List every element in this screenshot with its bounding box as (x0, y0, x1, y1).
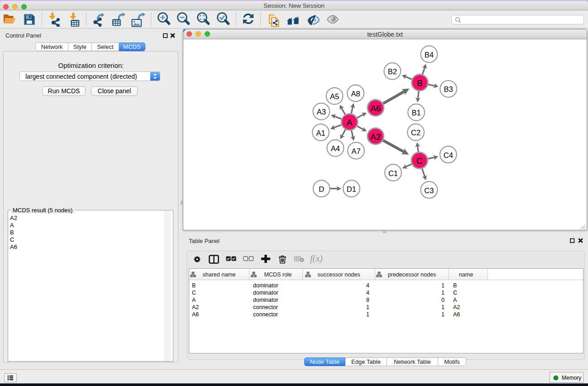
svg-text:B3: B3 (444, 85, 453, 93)
svg-text:A7: A7 (351, 147, 360, 155)
svg-text:C4: C4 (444, 151, 453, 159)
svg-text:A6: A6 (370, 104, 381, 113)
svg-text:A8: A8 (351, 90, 360, 98)
svg-text:D: D (319, 185, 324, 193)
svg-text:B1: B1 (412, 109, 421, 117)
svg-text:A5: A5 (330, 92, 339, 100)
svg-text:C3: C3 (424, 186, 434, 195)
svg-text:A3: A3 (317, 108, 326, 116)
svg-text:C: C (416, 156, 423, 166)
svg-text:A1: A1 (316, 129, 325, 137)
svg-text:A4: A4 (331, 144, 340, 152)
svg-text:C2: C2 (411, 129, 421, 137)
svg-text:C1: C1 (388, 169, 398, 177)
svg-text:B2: B2 (388, 67, 397, 76)
svg-text:D1: D1 (347, 185, 356, 193)
svg-text:A2: A2 (370, 132, 381, 142)
svg-text:B4: B4 (425, 51, 434, 59)
svg-text:B: B (417, 78, 423, 88)
svg-text:A: A (347, 118, 353, 127)
